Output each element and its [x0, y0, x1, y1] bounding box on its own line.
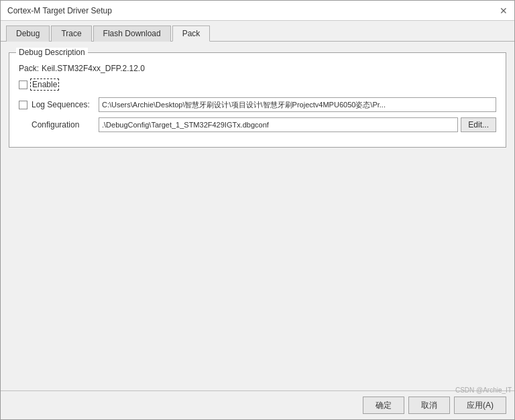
pack-value: Keil.STM32F4xx_DFP.2.12.0 — [42, 64, 145, 73]
enable-label: Enable — [30, 78, 59, 91]
title-bar: Cortex-M Target Driver Setup ✕ — [1, 1, 514, 21]
enable-row: Enable — [19, 78, 496, 91]
configuration-row: Configuration Edit... — [19, 117, 496, 132]
group-box-legend: Debug Description — [16, 48, 88, 57]
log-sequences-input[interactable] — [99, 97, 496, 112]
main-window: Cortex-M Target Driver Setup ✕ Debug Tra… — [0, 0, 515, 420]
configuration-field-container: Edit... — [99, 117, 496, 132]
tab-flash-download[interactable]: Flash Download — [93, 25, 171, 42]
footer: 确定 取消 应用(A) — [1, 390, 514, 419]
apply-button[interactable]: 应用(A) — [454, 397, 506, 414]
cancel-button[interactable]: 取消 — [408, 397, 450, 414]
configuration-label: Configuration — [32, 120, 99, 129]
configuration-input[interactable] — [99, 117, 458, 132]
close-button[interactable]: ✕ — [500, 6, 508, 15]
log-sequences-checkbox[interactable] — [19, 101, 27, 109]
tab-pack[interactable]: Pack — [172, 25, 211, 42]
tab-bar: Debug Trace Flash Download Pack — [1, 21, 514, 42]
confirm-button[interactable]: 确定 — [363, 397, 404, 414]
log-sequences-label: Log Sequences: — [32, 100, 99, 109]
tab-debug[interactable]: Debug — [6, 25, 50, 42]
tab-trace[interactable]: Trace — [51, 25, 91, 42]
edit-button[interactable]: Edit... — [461, 117, 496, 132]
window-title: Cortex-M Target Driver Setup — [7, 6, 112, 15]
debug-description-group: Debug Description Pack: Keil.STM32F4xx_D… — [9, 52, 506, 148]
tab-content-pack: Debug Description Pack: Keil.STM32F4xx_D… — [1, 42, 514, 390]
pack-label: Pack: — [19, 64, 39, 73]
pack-row: Pack: Keil.STM32F4xx_DFP.2.12.0 — [19, 64, 496, 73]
enable-checkbox[interactable] — [19, 81, 27, 89]
log-sequences-row: Log Sequences: — [19, 97, 496, 112]
